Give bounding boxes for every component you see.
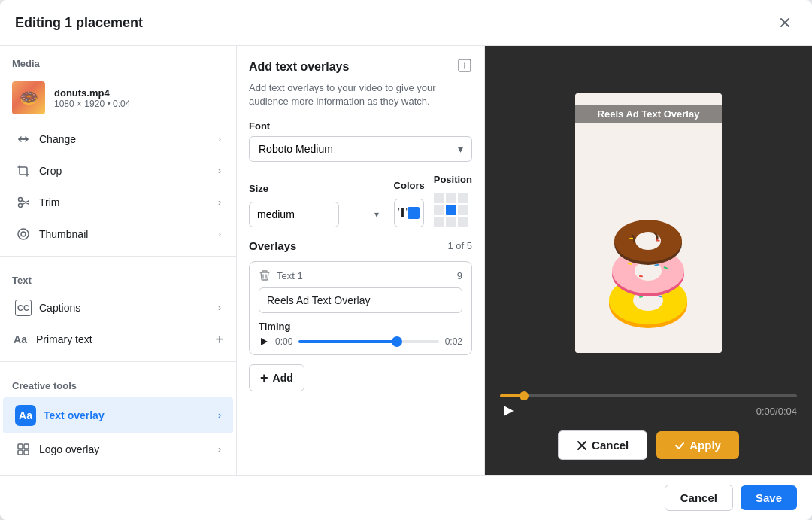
svg-point-2 bbox=[18, 229, 29, 239]
video-overlay-text: Reels Ad Text Overlay bbox=[575, 105, 722, 123]
info-icon bbox=[457, 58, 472, 73]
timing-slider[interactable] bbox=[298, 340, 438, 343]
font-select-wrapper: Roboto Medium Roboto Bold Arial Georgia … bbox=[249, 136, 472, 162]
modal-header: Editing 1 placement bbox=[0, 0, 812, 46]
timing-end: 0:02 bbox=[445, 336, 462, 347]
svg-point-0 bbox=[19, 204, 23, 208]
delete-overlay-button[interactable] bbox=[259, 269, 271, 281]
overlays-count: 1 of 5 bbox=[447, 240, 472, 251]
tool-trim-label: Trim bbox=[39, 196, 59, 208]
divider-1 bbox=[0, 256, 236, 257]
video-apply-label: Apply bbox=[689, 439, 721, 452]
info-button[interactable] bbox=[457, 58, 472, 75]
timing-label: Timing bbox=[259, 321, 462, 332]
change-chevron-icon: › bbox=[218, 134, 221, 144]
size-select-chevron-icon: ▾ bbox=[374, 209, 379, 220]
add-overlays-title: Add text overlays bbox=[249, 60, 349, 74]
overlays-description: Add text overlays to your video to give … bbox=[249, 81, 472, 108]
left-panel: Media 🍩 donuts.mp4 1080 × 1920 • 0:04 bbox=[0, 46, 237, 475]
tool-primary-text[interactable]: Aa Primary text + bbox=[0, 324, 236, 355]
trim-icon bbox=[15, 194, 32, 211]
middle-panel: Add text overlays Add text overlays to y… bbox=[237, 46, 485, 475]
position-cell-tr[interactable] bbox=[458, 193, 468, 203]
video-frame: Reels Ad Text Overlay bbox=[575, 93, 722, 353]
modal-title: Editing 1 placement bbox=[15, 15, 143, 31]
video-actions: Cancel Apply bbox=[500, 427, 797, 460]
thumbnail-icon bbox=[15, 226, 32, 242]
logo-overlay-chevron-icon: › bbox=[218, 444, 221, 455]
media-section-label: Media bbox=[0, 46, 236, 75]
size-select-wrapper: small medium large ▾ bbox=[249, 202, 385, 227]
svg-rect-7 bbox=[24, 450, 29, 455]
tool-captions[interactable]: CC Captions › bbox=[3, 292, 233, 324]
options-row: Size small medium large ▾ Colors T bbox=[249, 174, 472, 227]
timing-play-button[interactable] bbox=[259, 336, 269, 347]
tool-change-label: Change bbox=[39, 133, 76, 145]
tool-text-overlay[interactable]: Aa Text overlay › bbox=[3, 397, 233, 433]
tool-thumbnail[interactable]: Thumbnail › bbox=[3, 218, 233, 250]
add-overlay-button[interactable]: + Add bbox=[249, 364, 304, 391]
position-cell-br[interactable] bbox=[458, 217, 468, 227]
position-cell-tl[interactable] bbox=[434, 193, 444, 203]
play-icon bbox=[259, 336, 269, 347]
logo-overlay-icon bbox=[15, 441, 32, 458]
controls-row: 0:00/0:04 bbox=[500, 403, 797, 418]
video-apply-button[interactable]: Apply bbox=[656, 431, 739, 459]
position-grid bbox=[434, 193, 472, 227]
footer-save-button[interactable]: Save bbox=[741, 485, 797, 510]
tool-captions-label: Captions bbox=[39, 302, 80, 314]
video-play-button[interactable] bbox=[500, 403, 515, 418]
text-overlay-chevron-icon: › bbox=[218, 410, 221, 421]
close-icon bbox=[777, 15, 792, 30]
captions-chevron-icon: › bbox=[218, 303, 221, 313]
position-cell-ml[interactable] bbox=[434, 205, 444, 215]
modal-body: Media 🍩 donuts.mp4 1080 × 1920 • 0:04 bbox=[0, 46, 812, 475]
video-preview-area: Reels Ad Text Overlay bbox=[500, 61, 797, 385]
size-select[interactable]: small medium large bbox=[249, 202, 339, 227]
tool-crop[interactable]: Crop › bbox=[3, 155, 233, 187]
position-cell-bc[interactable] bbox=[446, 217, 456, 227]
tool-crop-label: Crop bbox=[39, 165, 62, 177]
trim-chevron-icon: › bbox=[218, 197, 221, 208]
timing-slider-thumb[interactable] bbox=[392, 336, 402, 347]
video-cancel-button[interactable]: Cancel bbox=[558, 430, 647, 460]
tool-logo-overlay[interactable]: Logo overlay › bbox=[3, 433, 233, 465]
size-label: Size bbox=[249, 183, 385, 194]
timing-section: Timing 0:00 0:02 bbox=[259, 321, 462, 347]
font-label: Font bbox=[249, 120, 472, 132]
position-cell-mr[interactable] bbox=[458, 205, 468, 215]
close-button[interactable] bbox=[773, 11, 797, 35]
creative-tools-label: Creative tools bbox=[0, 368, 236, 397]
position-cell-tc[interactable] bbox=[446, 193, 456, 203]
overlay-text-input[interactable] bbox=[259, 287, 462, 313]
middle-panel-header: Add text overlays bbox=[249, 58, 472, 75]
font-select[interactable]: Roboto Medium Roboto Bold Arial Georgia bbox=[249, 136, 472, 162]
overlay-item-num: 9 bbox=[457, 270, 462, 281]
progress-thumb bbox=[520, 391, 529, 400]
timing-start: 0:00 bbox=[275, 336, 292, 347]
cancel-x-icon bbox=[577, 440, 587, 451]
tool-primary-text-label: Primary text bbox=[36, 333, 92, 345]
position-cell-mc[interactable] bbox=[446, 205, 456, 215]
crop-chevron-icon: › bbox=[218, 166, 221, 176]
tool-text-overlay-label: Text overlay bbox=[44, 409, 105, 421]
footer-cancel-button[interactable]: Cancel bbox=[665, 485, 733, 511]
video-controls: 0:00/0:04 bbox=[500, 394, 797, 418]
position-cell-bl[interactable] bbox=[434, 217, 444, 227]
tool-trim[interactable]: Trim › bbox=[3, 187, 233, 218]
color-button[interactable]: T bbox=[394, 199, 424, 227]
modal: Editing 1 placement Media 🍩 donuts.mp4 1… bbox=[0, 0, 812, 520]
tool-change[interactable]: Change › bbox=[3, 123, 233, 155]
overlay-item-header: Text 1 9 bbox=[259, 269, 462, 281]
video-content bbox=[575, 93, 722, 353]
text-section-label: Text bbox=[0, 263, 236, 292]
svg-rect-5 bbox=[24, 444, 29, 449]
thumbnail-chevron-icon: › bbox=[218, 229, 221, 239]
timing-row: 0:00 0:02 bbox=[259, 336, 462, 347]
tool-logo-overlay-label: Logo overlay bbox=[39, 443, 99, 455]
progress-bar[interactable] bbox=[500, 394, 797, 397]
colors-group: Colors T bbox=[394, 180, 425, 227]
divider-2 bbox=[0, 361, 236, 362]
svg-point-1 bbox=[19, 198, 23, 202]
captions-icon: CC bbox=[15, 300, 32, 316]
